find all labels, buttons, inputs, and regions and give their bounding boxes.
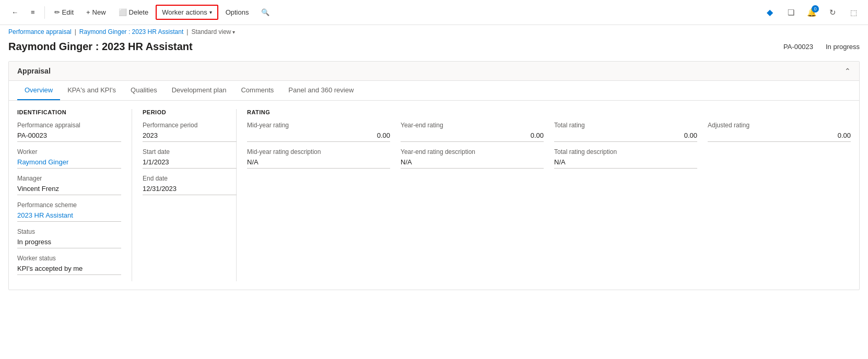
field-label-performance-appraisal: Performance appraisal: [17, 122, 121, 129]
field-worker-status: Worker status KPI's accepted by me: [17, 255, 121, 275]
rating-year-end-col: Year-end rating 0.00 Year-end rating des…: [401, 122, 554, 175]
field-value-total-rating-desc: N/A: [554, 157, 697, 169]
collapse-button[interactable]: ⌃: [844, 67, 851, 75]
field-performance-appraisal: Performance appraisal PA-00023: [17, 122, 121, 142]
edit-button[interactable]: ✏ Edit: [49, 6, 79, 19]
field-value-status: In progress: [17, 237, 121, 248]
back-icon: ←: [11, 8, 18, 16]
settings-icon-button[interactable]: ◆: [761, 4, 778, 21]
field-value-worker[interactable]: Raymond Ginger: [17, 157, 121, 169]
delete-button[interactable]: ⬜ Delete: [113, 6, 154, 19]
search-button[interactable]: 🔍: [256, 6, 275, 19]
field-label-manager: Manager: [17, 175, 121, 182]
refresh-button[interactable]: ↻: [824, 4, 841, 21]
field-mid-year-rating: Mid-year rating 0.00: [247, 122, 390, 142]
field-end-date: End date 12/31/2023: [143, 175, 226, 195]
field-value-end-date: 12/31/2023: [143, 184, 237, 195]
edit-icon: ✏: [54, 8, 60, 16]
edit-label: Edit: [62, 8, 74, 16]
section-header: Appraisal ⌃: [9, 62, 859, 81]
field-value-adjusted-rating: 0.00: [708, 130, 851, 142]
tab-comments[interactable]: Comments: [233, 81, 281, 100]
field-year-end-rating-desc: Year-end rating description N/A: [401, 148, 544, 169]
field-value-mid-year-rating-desc: N/A: [247, 157, 390, 169]
rating-label: RATING: [247, 109, 851, 115]
period-label: PERIOD: [143, 109, 226, 115]
tab-development-plan[interactable]: Development plan: [165, 81, 234, 100]
layers-icon: ❏: [788, 8, 794, 17]
delete-icon: ⬜: [119, 8, 127, 16]
field-value-mid-year-rating: 0.00: [247, 130, 390, 142]
toolbar-left: ← ≡ ✏ Edit + New ⬜ Delete Worker actions…: [6, 5, 761, 20]
field-label-total-rating-desc: Total rating description: [554, 148, 697, 155]
tab-overview[interactable]: Overview: [17, 81, 60, 100]
breadcrumb-sep-1: |: [75, 28, 76, 35]
page-title: Raymond Ginger : 2023 HR Assistant: [8, 41, 193, 53]
field-performance-period: Performance period 2023: [143, 122, 226, 142]
page-meta: PA-00023 In progress: [783, 43, 860, 51]
worker-actions-button[interactable]: Worker actions ▾: [156, 5, 218, 20]
content-area: IDENTIFICATION Performance appraisal PA-…: [9, 101, 859, 290]
field-label-end-date: End date: [143, 175, 226, 182]
breadcrumb: Performance appraisal | Raymond Ginger :…: [0, 25, 868, 39]
tabs: Overview KPA's and KPI's Qualities Devel…: [9, 81, 859, 101]
menu-icon: ≡: [31, 8, 35, 16]
field-start-date: Start date 1/1/2023: [143, 148, 226, 169]
rating-column: RATING Mid-year rating 0.00 Mid-year rat…: [237, 109, 851, 281]
breadcrumb-sep-2: |: [186, 28, 188, 35]
field-value-performance-scheme[interactable]: 2023 HR Assistant: [17, 210, 121, 222]
field-value-start-date: 1/1/2023: [143, 157, 237, 169]
field-label-performance-period: Performance period: [143, 122, 226, 129]
view-selector[interactable]: Standard view ▾: [191, 28, 235, 35]
notification-badge-count: 0: [812, 5, 819, 13]
field-worker: Worker Raymond Ginger: [17, 148, 121, 169]
view-label: Standard view: [191, 28, 231, 35]
new-button[interactable]: + New: [81, 6, 111, 19]
field-label-status: Status: [17, 228, 121, 235]
rating-row-1: Mid-year rating 0.00 Mid-year rating des…: [247, 122, 851, 175]
notification-area: 🔔 0: [803, 4, 820, 21]
identification-label: IDENTIFICATION: [17, 109, 121, 115]
identification-column: IDENTIFICATION Performance appraisal PA-…: [17, 109, 132, 281]
field-value-year-end-rating-desc: N/A: [401, 157, 544, 169]
field-label-mid-year-rating: Mid-year rating: [247, 122, 390, 129]
section-title: Appraisal: [17, 67, 51, 75]
new-label: New: [92, 8, 106, 16]
page-header: Raymond Ginger : 2023 HR Assistant PA-00…: [0, 39, 868, 57]
worker-actions-label: Worker actions: [162, 8, 207, 16]
toolbar-right: ◆ ❏ 🔔 0 ↻ ⬚: [761, 4, 862, 21]
rating-total-col: Total rating 0.00 Total rating descripti…: [554, 122, 708, 175]
options-button[interactable]: Options: [220, 6, 254, 19]
field-label-year-end-rating: Year-end rating: [401, 122, 544, 129]
toolbar: ← ≡ ✏ Edit + New ⬜ Delete Worker actions…: [0, 0, 868, 25]
breadcrumb-link-2[interactable]: Raymond Ginger : 2023 HR Assistant: [79, 28, 183, 35]
plus-icon: +: [86, 8, 90, 16]
collapse-icon: ⌃: [844, 67, 851, 75]
field-value-performance-period: 2023: [143, 130, 237, 142]
field-label-worker-status: Worker status: [17, 255, 121, 262]
diamond-icon: ◆: [767, 7, 773, 17]
status-badge: In progress: [826, 43, 860, 51]
layers-button[interactable]: ❏: [782, 4, 799, 21]
delete-label: Delete: [129, 8, 149, 16]
form-layout: IDENTIFICATION Performance appraisal PA-…: [17, 109, 851, 281]
rating-mid-year-col: Mid-year rating 0.00 Mid-year rating des…: [247, 122, 401, 175]
field-status: Status In progress: [17, 228, 121, 248]
tab-kpa-kpi[interactable]: KPA's and KPI's: [60, 81, 123, 100]
separator-1: [44, 6, 45, 19]
menu-button[interactable]: ≡: [26, 6, 40, 19]
tab-qualities[interactable]: Qualities: [123, 81, 165, 100]
appraisal-section: Appraisal ⌃ Overview KPA's and KPI's Qua…: [8, 61, 860, 290]
field-value-worker-status: KPI's accepted by me: [17, 264, 121, 275]
record-id: PA-00023: [783, 43, 813, 51]
tab-panel-360[interactable]: Panel and 360 review: [281, 81, 361, 100]
field-adjusted-rating: Adjusted rating 0.00: [708, 122, 851, 142]
field-label-adjusted-rating: Adjusted rating: [708, 122, 851, 129]
field-label-start-date: Start date: [143, 148, 226, 155]
external-link-button[interactable]: ⬚: [845, 4, 862, 21]
external-icon: ⬚: [850, 8, 857, 17]
back-button[interactable]: ←: [6, 6, 24, 19]
field-manager: Manager Vincent Frenz: [17, 175, 121, 195]
field-year-end-rating: Year-end rating 0.00: [401, 122, 544, 142]
breadcrumb-link-1[interactable]: Performance appraisal: [8, 28, 72, 35]
